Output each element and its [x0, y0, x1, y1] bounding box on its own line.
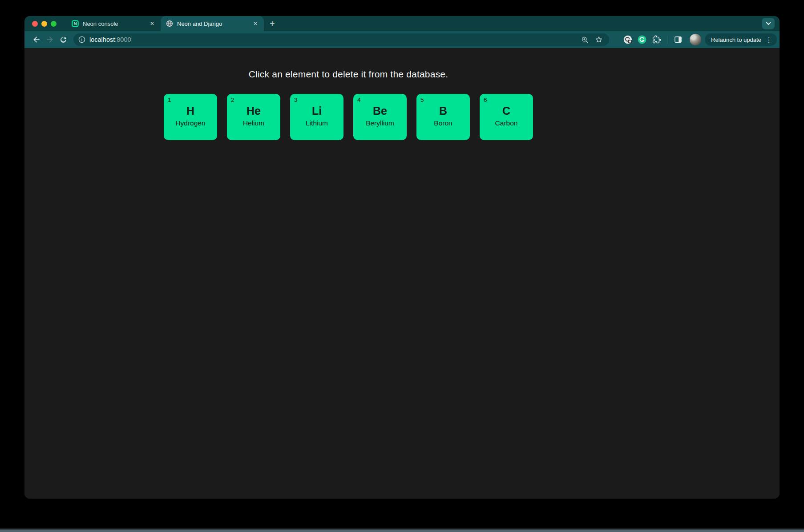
atomic-number: 6 [484, 97, 487, 103]
sidebar-toggle-icon[interactable] [671, 33, 685, 46]
web-page: Click an element to delete it from the d… [24, 48, 780, 499]
toolbar-divider [667, 36, 667, 44]
forward-arrow-icon [45, 35, 54, 44]
tab-strip: Neon console ✕ Neon and Django ✕ + [24, 16, 780, 31]
element-name: Beryllium [353, 119, 407, 127]
element-symbol: H [164, 105, 217, 117]
element-symbol: Li [290, 105, 343, 117]
element-name: Hydrogen [164, 119, 217, 127]
url-host: localhost [89, 36, 115, 43]
neon-logo-icon [72, 20, 79, 27]
new-tab-button[interactable]: + [264, 16, 281, 31]
tab-search-button[interactable] [762, 18, 775, 29]
atomic-number: 2 [231, 97, 234, 103]
zoom-page-icon[interactable] [579, 34, 590, 45]
screen-bottom-edge [0, 528, 804, 532]
element-name: Boron [416, 119, 470, 127]
page-wrapper: Click an element to delete it from the d… [24, 48, 672, 140]
element-name: Helium [227, 119, 280, 127]
element-symbol: Be [353, 105, 407, 117]
grammarly-extension-icon[interactable] [635, 33, 649, 46]
tab-neon-and-django[interactable]: Neon and Django ✕ [161, 16, 264, 31]
close-tab-icon[interactable]: ✕ [148, 20, 156, 28]
atomic-number: 1 [168, 97, 171, 103]
close-tab-icon[interactable]: ✕ [251, 20, 259, 28]
back-button[interactable] [30, 33, 43, 46]
site-info-icon[interactable] [76, 34, 88, 45]
element-symbol: He [227, 105, 280, 117]
element-card-helium[interactable]: 2 He Helium [227, 94, 280, 140]
element-card-lithium[interactable]: 3 Li Lithium [290, 94, 343, 140]
atomic-number: 5 [420, 97, 424, 103]
fullscreen-window-button[interactable] [51, 21, 57, 27]
tab-neon-console[interactable]: Neon console ✕ [66, 16, 161, 31]
globe-icon [166, 20, 173, 27]
relaunch-label: Relaunch to update [711, 36, 761, 43]
address-bar[interactable]: localhost:8000 [73, 33, 609, 46]
atomic-number: 4 [357, 97, 361, 103]
element-symbol: C [480, 105, 533, 117]
back-arrow-icon [32, 35, 41, 44]
browser-menu-kebab-icon[interactable]: ⋮ [764, 36, 774, 43]
element-card-boron[interactable]: 5 B Boron [416, 94, 470, 140]
reload-button[interactable] [57, 33, 70, 46]
browser-window: Neon console ✕ Neon and Django ✕ + [24, 16, 780, 499]
close-window-button[interactable] [32, 21, 38, 27]
extensions-puzzle-icon[interactable] [649, 33, 663, 46]
reload-icon [59, 36, 68, 44]
url-port: :8000 [115, 36, 131, 43]
tab-title: Neon and Django [177, 20, 222, 27]
relaunch-to-update-button[interactable]: Relaunch to update ⋮ [705, 33, 777, 46]
element-card-carbon[interactable]: 6 C Carbon [480, 94, 533, 140]
minimize-window-button[interactable] [41, 21, 47, 27]
forward-button[interactable] [43, 33, 57, 46]
element-card-beryllium[interactable]: 4 Be Beryllium [353, 94, 407, 140]
password-manager-extension-icon[interactable] [621, 33, 635, 46]
atomic-number: 3 [294, 97, 298, 103]
element-name: Lithium [290, 119, 343, 127]
element-name: Carbon [480, 119, 533, 127]
page-title: Click an element to delete it from the d… [24, 48, 672, 80]
window-controls [32, 16, 57, 31]
element-card-hydrogen[interactable]: 1 H Hydrogen [164, 94, 217, 140]
bookmark-star-icon[interactable] [593, 34, 605, 45]
profile-avatar[interactable] [690, 34, 701, 45]
tab-title: Neon console [83, 20, 118, 27]
browser-toolbar: localhost:8000 [24, 31, 780, 48]
element-symbol: B [416, 105, 470, 117]
element-grid: 1 H Hydrogen 2 He Helium 3 Li Lithium 4 … [24, 94, 672, 140]
chevron-down-icon [766, 22, 771, 25]
